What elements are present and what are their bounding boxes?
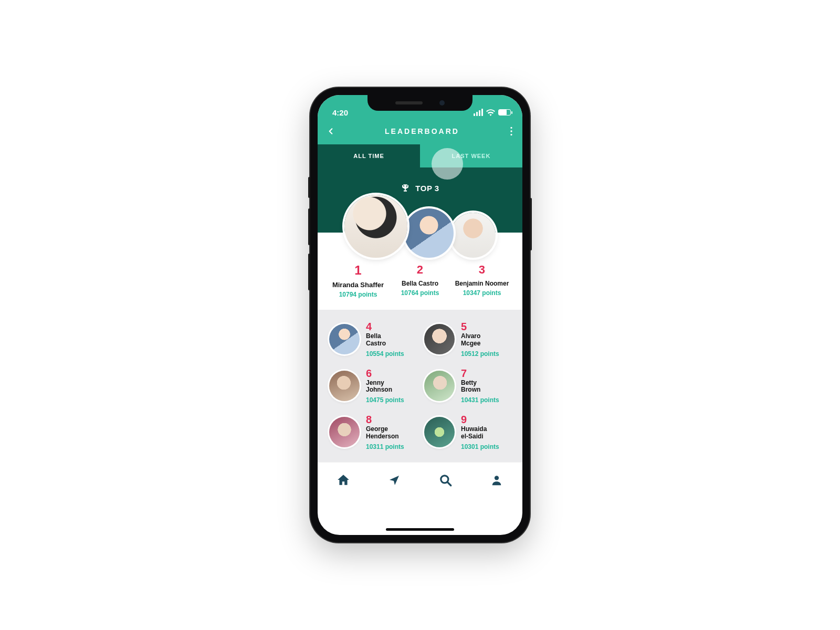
- top3-row: 1 Miranda Shaffer 10794 points 2 Bella C…: [318, 233, 522, 310]
- home-icon: [337, 474, 350, 487]
- person-icon: [491, 474, 502, 487]
- user-points: 10794 points: [327, 291, 389, 298]
- user-name: BellaCastro: [366, 333, 404, 348]
- avatar[interactable]: [344, 195, 407, 258]
- leaderboard-grid: 4 BellaCastro 10554 points 5 AlvaroMcgee…: [318, 310, 522, 462]
- user-points: 10475 points: [366, 396, 404, 404]
- avatar: [424, 371, 455, 401]
- search-icon: [439, 474, 453, 487]
- tab-all-time[interactable]: ALL TIME: [318, 144, 420, 167]
- battery-icon: [498, 109, 511, 116]
- user-points: 10554 points: [366, 350, 404, 358]
- rank-number: 4: [366, 321, 404, 332]
- user-points: 10431 points: [461, 396, 499, 404]
- more-vertical-icon: [510, 127, 513, 136]
- avatar: [329, 417, 360, 447]
- avatar: [329, 324, 360, 354]
- svg-point-5: [495, 476, 499, 480]
- signal-icon: [474, 109, 483, 116]
- user-name: BettyBrown: [461, 380, 499, 394]
- svg-point-1: [510, 130, 512, 132]
- top3-label: TOP 3: [415, 184, 439, 193]
- user-name: Benjamin Noomer: [451, 280, 513, 287]
- leaderboard-entry[interactable]: 7 BettyBrown 10431 points: [424, 368, 511, 404]
- avatar: [424, 417, 455, 447]
- bottom-nav: [318, 462, 522, 499]
- user-name: Bella Castro: [389, 280, 451, 287]
- rank-number: 1: [327, 263, 389, 278]
- leaderboard-entry[interactable]: 5 AlvaroMcgee 10512 points: [424, 321, 511, 358]
- user-name: AlvaroMcgee: [461, 333, 499, 348]
- podium-2[interactable]: 2 Bella Castro 10764 points: [389, 263, 451, 298]
- svg-line-4: [447, 482, 451, 486]
- rank-number: 9: [461, 414, 499, 425]
- time-filter-tabs: ALL TIME LAST WEEK: [318, 144, 522, 167]
- top3-avatars: [318, 195, 522, 258]
- user-name: Miranda Shaffer: [327, 281, 389, 289]
- user-points: 10764 points: [389, 289, 451, 297]
- status-time: 4:20: [332, 108, 348, 117]
- page-title: LEADERBOARD: [334, 127, 510, 135]
- svg-point-2: [510, 134, 512, 135]
- user-name: Huwaidael-Saidi: [461, 426, 499, 440]
- phone-frame: 4:20 LEADERBOARD: [310, 88, 530, 542]
- svg-point-0: [510, 127, 512, 129]
- more-button[interactable]: [510, 127, 513, 136]
- back-button[interactable]: [327, 127, 334, 135]
- app-header: LEADERBOARD: [318, 118, 522, 144]
- leaderboard-entry[interactable]: 6 JennyJohnson 10475 points: [329, 368, 416, 404]
- rank-number: 2: [389, 263, 451, 277]
- avatar: [424, 324, 455, 354]
- wifi-icon: [486, 109, 495, 116]
- rank-number: 6: [366, 368, 404, 379]
- nav-search[interactable]: [434, 469, 457, 492]
- rank-number: 5: [461, 321, 499, 332]
- podium-3[interactable]: 3 Benjamin Noomer 10347 points: [451, 263, 513, 298]
- podium-1[interactable]: 1 Miranda Shaffer 10794 points: [327, 263, 389, 298]
- trophy-icon: [401, 183, 410, 193]
- rank-number: 8: [366, 414, 404, 425]
- nav-home[interactable]: [332, 469, 355, 492]
- leaderboard-entry[interactable]: 4 BellaCastro 10554 points: [329, 321, 416, 358]
- user-name: GeorgeHenderson: [366, 426, 404, 440]
- user-name: JennyJohnson: [366, 380, 404, 394]
- avatar: [329, 371, 360, 401]
- leaderboard-entry[interactable]: 9 Huwaidael-Saidi 10301 points: [424, 414, 511, 450]
- nav-profile[interactable]: [485, 469, 508, 492]
- nav-send[interactable]: [383, 469, 406, 492]
- user-points: 10347 points: [451, 289, 513, 297]
- location-arrow-icon: [388, 474, 401, 487]
- rank-number: 3: [451, 263, 513, 277]
- device-notch: [368, 95, 472, 111]
- avatar[interactable]: [404, 208, 454, 258]
- user-points: 10311 points: [366, 443, 404, 450]
- home-indicator[interactable]: [386, 528, 454, 531]
- rank-number: 7: [461, 368, 499, 379]
- touch-indicator: [432, 148, 463, 180]
- screen: 4:20 LEADERBOARD: [318, 95, 522, 535]
- user-points: 10301 points: [461, 443, 499, 450]
- user-points: 10512 points: [461, 350, 499, 358]
- chevron-left-icon: [327, 127, 334, 135]
- leaderboard-entry[interactable]: 8 GeorgeHenderson 10311 points: [329, 414, 416, 450]
- avatar[interactable]: [450, 213, 496, 258]
